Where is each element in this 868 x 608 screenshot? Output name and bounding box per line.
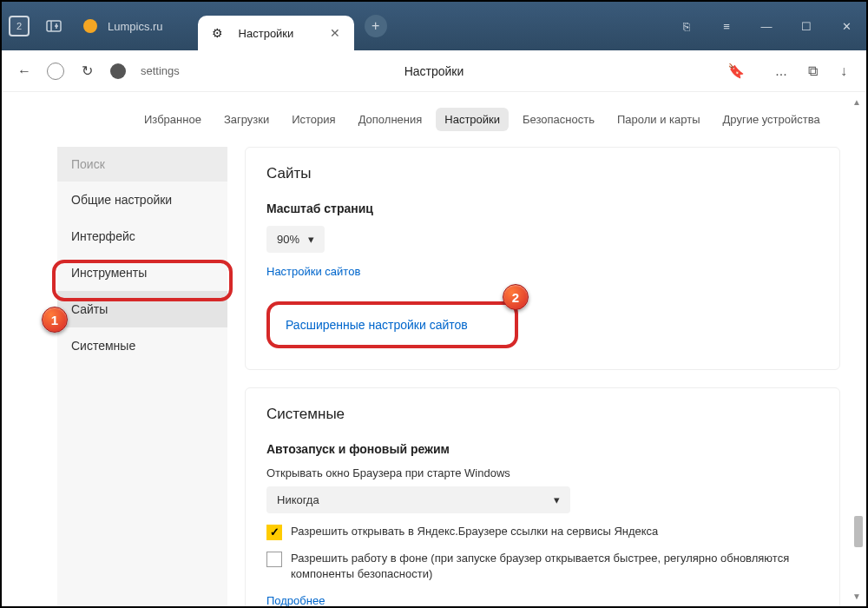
checkbox-yandex-links-label: Разрешить открывать в Яндекс.Браузере сс… [291, 524, 658, 539]
autostart-label: Автозапуск и фоновый режим [266, 442, 819, 456]
site-info-icon[interactable] [102, 56, 134, 87]
settings-topnav: Избранное Загрузки История Дополнения На… [2, 92, 866, 147]
titlebar: 2 Lumpics.ru ⚙ Настройки ✕ + ⎘ ≡ — ☐ ✕ [2, 2, 866, 50]
system-card-title: Системные [266, 406, 819, 423]
scroll-thumb[interactable] [854, 516, 863, 547]
page-title: Настройки [404, 64, 464, 78]
checkbox-yandex-links[interactable]: ✓ [266, 525, 282, 540]
scrollbar[interactable]: ▲ ▼ [849, 97, 863, 601]
zoom-select[interactable]: 90% ▾ [266, 226, 325, 253]
annotation-badge-2: 2 [503, 284, 529, 310]
navbar: ← ↻ settings Настройки 🔖 ... ⧉ ↓ [2, 50, 866, 92]
sidebar-item-sites[interactable]: Сайты [57, 291, 227, 327]
system-card: Системные Автозапуск и фоновый режим Отк… [245, 387, 840, 606]
panel-toggle-icon[interactable] [38, 10, 69, 42]
advanced-site-settings-link[interactable]: Расширенные настройки сайтов [286, 318, 468, 332]
home-icon: 2 [9, 16, 30, 36]
sites-card-title: Сайты [266, 165, 819, 182]
topnav-settings[interactable]: Настройки [436, 108, 509, 131]
scroll-up-icon[interactable]: ▲ [851, 97, 863, 107]
svg-rect-0 [47, 21, 61, 31]
annotation-highlight-2: Расширенные настройки сайтов 2 [266, 301, 518, 348]
chevron-down-icon: ▾ [308, 233, 314, 246]
open-on-start-value: Никогда [277, 493, 319, 506]
site-favicon-icon [83, 19, 97, 33]
reload-button[interactable]: ↻ [71, 56, 102, 87]
more-button[interactable]: ... [766, 56, 797, 87]
topnav-passwords[interactable]: Пароли и карты [608, 108, 709, 131]
tab-lumpics[interactable]: Lumpics.ru [108, 20, 163, 33]
window-maximize[interactable]: ☐ [786, 9, 826, 43]
topnav-addons[interactable]: Дополнения [350, 108, 431, 131]
sidebar-search[interactable]: Поиск [57, 147, 227, 182]
menu-icon[interactable]: ≡ [707, 9, 746, 43]
downloads-icon[interactable]: ↓ [828, 56, 859, 87]
more-link[interactable]: Подробнее [266, 594, 325, 606]
window-minimize[interactable]: — [746, 9, 786, 43]
site-settings-link[interactable]: Настройки сайтов [266, 265, 360, 278]
shield-icon[interactable] [40, 56, 71, 87]
sidebar-item-general[interactable]: Общие настройки [57, 182, 227, 218]
gear-icon: ⚙ [212, 26, 223, 40]
tab-settings-label: Настройки [239, 27, 326, 40]
open-on-start-select[interactable]: Никогда ▾ [266, 486, 570, 513]
sidebar-item-tools[interactable]: Инструменты [57, 254, 227, 291]
topnav-devices[interactable]: Другие устройства [714, 108, 829, 131]
zoom-label: Масштаб страниц [266, 202, 819, 215]
sidebar-item-interface[interactable]: Интерфейс [57, 218, 227, 254]
window-close[interactable]: ✕ [826, 9, 866, 43]
zoom-value: 90% [277, 233, 299, 246]
new-tab-button[interactable]: + [365, 15, 387, 37]
close-tab-icon[interactable]: ✕ [326, 26, 344, 40]
address-text[interactable]: settings [141, 64, 180, 77]
checkbox-background-label: Разрешить работу в фоне (при запуске бра… [291, 551, 819, 582]
reader-icon[interactable]: ⎘ [667, 9, 707, 43]
bookmark-icon[interactable]: 🔖 [720, 56, 752, 87]
topnav-security[interactable]: Безопасность [514, 108, 603, 131]
checkbox-background[interactable] [266, 552, 282, 567]
topnav-downloads[interactable]: Загрузки [215, 108, 278, 131]
extensions-icon[interactable]: ⧉ [797, 56, 828, 87]
topnav-favorites[interactable]: Избранное [135, 108, 210, 131]
sidebar-item-system[interactable]: Системные [57, 327, 227, 364]
settings-sidebar: Поиск Общие настройки Интерфейс Инструме… [57, 147, 227, 606]
scroll-down-icon[interactable]: ▼ [851, 591, 863, 601]
sites-card: Сайты Масштаб страниц 90% ▾ Настройки са… [245, 147, 840, 370]
topnav-history[interactable]: История [283, 108, 344, 131]
tab-settings[interactable]: ⚙ Настройки ✕ [198, 16, 354, 50]
open-on-start-label: Открывать окно Браузера при старте Windo… [266, 466, 819, 479]
home-button[interactable]: 2 [3, 10, 35, 42]
annotation-badge-1: 1 [42, 307, 68, 333]
chevron-down-icon: ▾ [554, 493, 560, 506]
back-button[interactable]: ← [9, 56, 40, 87]
